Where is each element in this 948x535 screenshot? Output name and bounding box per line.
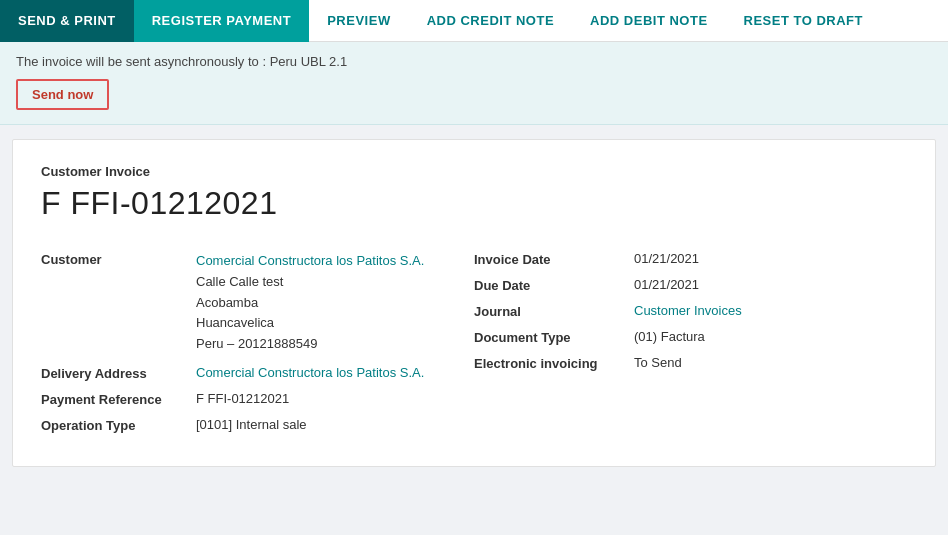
document-type-value: (01) Factura [634,329,705,344]
invoice-fields: Customer Comercial Constructora los Pati… [41,246,907,438]
invoice-right-column: Invoice Date 01/21/2021 Due Date 01/21/2… [474,246,907,438]
invoice-left-column: Customer Comercial Constructora los Pati… [41,246,474,438]
delivery-address-value[interactable]: Comercial Constructora los Patitos S.A. [196,365,424,380]
due-date-label: Due Date [474,277,634,293]
invoice-card: Customer Invoice F FFI-01212021 Customer… [12,139,936,467]
register-payment-button[interactable]: REGISTER PAYMENT [134,0,309,42]
electronic-invoicing-field-row: Electronic invoicing To Send [474,350,907,376]
add-credit-note-button[interactable]: ADD CREDIT NOTE [409,0,572,42]
journal-field-row: Journal Customer Invoices [474,298,907,324]
send-print-button[interactable]: SEND & PRINT [0,0,134,42]
electronic-invoicing-label: Electronic invoicing [474,355,634,371]
operation-type-label: Operation Type [41,417,196,433]
payment-reference-value: F FFI-01212021 [196,391,289,406]
customer-address-line4: Peru – 20121888549 [196,334,424,355]
customer-address-line1: Calle Calle test [196,272,424,293]
due-date-field-row: Due Date 01/21/2021 [474,272,907,298]
send-now-button[interactable]: Send now [16,79,109,110]
journal-label: Journal [474,303,634,319]
document-type-field-row: Document Type (01) Factura [474,324,907,350]
invoice-date-value: 01/21/2021 [634,251,699,266]
send-banner-message: The invoice will be sent asynchronously … [16,54,932,69]
send-banner: The invoice will be sent asynchronously … [0,42,948,125]
payment-reference-field-row: Payment Reference F FFI-01212021 [41,386,474,412]
customer-name-link[interactable]: Comercial Constructora los Patitos S.A. [196,251,424,272]
due-date-value: 01/21/2021 [634,277,699,292]
delivery-address-field-row: Delivery Address Comercial Constructora … [41,360,474,386]
customer-address-line3: Huancavelica [196,313,424,334]
delivery-address-label: Delivery Address [41,365,196,381]
journal-value[interactable]: Customer Invoices [634,303,742,318]
document-type-label: Document Type [474,329,634,345]
electronic-invoicing-value: To Send [634,355,682,370]
invoice-type-label: Customer Invoice [41,164,907,179]
reset-to-draft-button[interactable]: RESET TO DRAFT [726,0,881,42]
invoice-date-label: Invoice Date [474,251,634,267]
invoice-date-field-row: Invoice Date 01/21/2021 [474,246,907,272]
customer-field-row: Customer Comercial Constructora los Pati… [41,246,474,360]
preview-button[interactable]: PREVIEW [309,0,408,42]
customer-address-line2: Acobamba [196,293,424,314]
operation-type-field-row: Operation Type [0101] Internal sale [41,412,474,438]
payment-reference-label: Payment Reference [41,391,196,407]
customer-address-block: Comercial Constructora los Patitos S.A. … [196,251,424,355]
customer-label: Customer [41,251,196,267]
invoice-number: F FFI-01212021 [41,185,907,222]
add-debit-note-button[interactable]: ADD DEBIT NOTE [572,0,726,42]
operation-type-value: [0101] Internal sale [196,417,307,432]
toolbar: SEND & PRINT REGISTER PAYMENT PREVIEW AD… [0,0,948,42]
